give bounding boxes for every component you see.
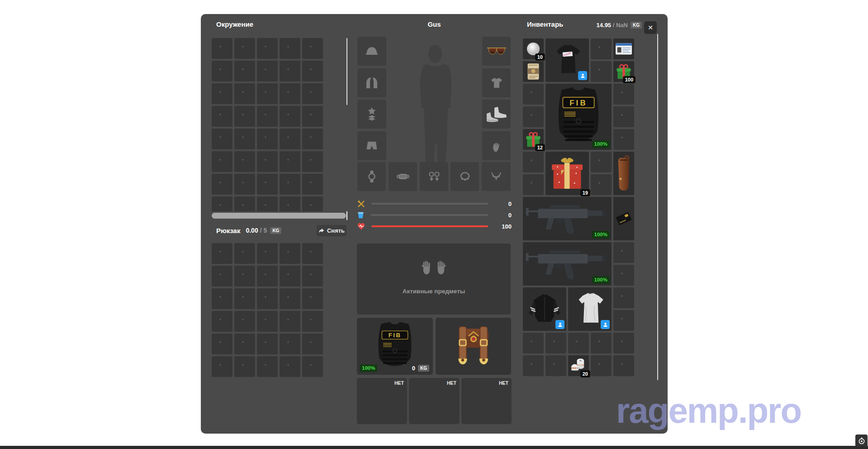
grid-cell[interactable] (523, 106, 544, 127)
equipped-vest-card[interactable]: FIB 100% 0 KG (357, 318, 433, 375)
grid-cell[interactable] (257, 106, 278, 127)
grid-cell[interactable] (257, 196, 278, 211)
grid-cell[interactable] (280, 174, 300, 195)
grid-cell[interactable] (257, 61, 278, 81)
grid-cell[interactable] (591, 174, 612, 195)
item-gift-green-small[interactable]: 12 (523, 129, 544, 150)
grid-cell[interactable] (257, 288, 278, 309)
slot-tshirt[interactable] (482, 68, 511, 97)
item-white-tshirt[interactable] (568, 287, 612, 331)
grid-cell[interactable] (280, 38, 300, 59)
grid-cell[interactable] (212, 266, 232, 287)
grid-cell[interactable] (234, 106, 255, 127)
item-black-jacket[interactable] (523, 287, 566, 331)
grid-cell[interactable] (257, 243, 278, 264)
grid-cell[interactable] (257, 174, 278, 195)
weapon-slot-1[interactable]: НЕТ (357, 378, 407, 424)
grid-cell[interactable] (234, 196, 255, 211)
item-gift-red[interactable]: 19 (545, 152, 589, 195)
slot-hat[interactable] (357, 37, 386, 66)
grid-cell[interactable] (591, 333, 612, 353)
grid-cell[interactable] (523, 84, 544, 105)
slot-jacket[interactable] (357, 68, 386, 97)
grid-cell[interactable] (212, 174, 232, 195)
grid-cell[interactable] (234, 266, 255, 287)
item-black-card[interactable] (613, 197, 634, 240)
grid-cell[interactable] (212, 129, 232, 149)
grid-cell[interactable] (234, 174, 255, 195)
remove-backpack-button[interactable]: Снять (317, 225, 346, 236)
item-gift-green[interactable]: 100 (613, 61, 634, 82)
grid-cell[interactable] (280, 196, 300, 211)
grid-cell[interactable] (280, 83, 300, 104)
grid-cell[interactable] (613, 355, 634, 376)
grid-cell[interactable] (234, 356, 255, 377)
grid-cell[interactable] (302, 174, 323, 195)
slot-bracelet[interactable] (451, 162, 479, 191)
grid-cell[interactable] (280, 243, 300, 264)
grid-cell[interactable] (234, 334, 255, 354)
grid-cell[interactable] (280, 61, 300, 81)
grid-cell[interactable] (591, 355, 612, 376)
grid-cell[interactable] (280, 151, 300, 172)
grid-cell[interactable] (523, 355, 544, 376)
grid-cell[interactable] (257, 38, 278, 59)
grid-cell[interactable] (212, 196, 232, 211)
grid-cell[interactable] (545, 355, 566, 376)
slot-rank[interactable] (357, 100, 386, 129)
grid-cell[interactable] (302, 334, 323, 354)
grid-cell[interactable] (280, 311, 300, 332)
grid-cell[interactable] (613, 287, 634, 308)
grid-cell[interactable] (302, 288, 323, 309)
grid-cell[interactable] (280, 334, 300, 354)
grid-cell[interactable] (613, 265, 634, 286)
close-button[interactable]: ✕ (644, 21, 657, 34)
slot-glasses[interactable] (482, 37, 511, 66)
slot-mask[interactable] (389, 162, 417, 191)
grid-cell[interactable] (302, 356, 323, 377)
grid-cell[interactable] (212, 311, 232, 332)
grid-cell[interactable] (302, 38, 323, 59)
grid-cell[interactable] (234, 311, 255, 332)
grid-cell[interactable] (613, 129, 634, 150)
weapon-slot-2[interactable]: НЕТ (409, 378, 460, 424)
grid-cell[interactable] (591, 152, 612, 172)
item-smg-2[interactable]: 100% (523, 242, 612, 286)
item-food-package[interactable] (523, 61, 544, 82)
grid-cell[interactable] (302, 106, 323, 127)
equipped-holster-card[interactable] (436, 318, 511, 375)
grid-cell[interactable] (280, 288, 300, 309)
grid-cell[interactable] (212, 356, 232, 377)
grid-cell[interactable] (234, 288, 255, 309)
grid-cell[interactable] (613, 106, 634, 127)
slot-shorts[interactable] (357, 131, 386, 160)
grid-cell[interactable] (302, 243, 323, 264)
grid-cell[interactable] (212, 83, 232, 104)
grid-cell[interactable] (591, 61, 612, 82)
slot-watch[interactable] (357, 162, 386, 191)
slot-shoes[interactable] (482, 100, 511, 129)
grid-cell[interactable] (302, 83, 323, 104)
grid-cell[interactable] (257, 266, 278, 287)
grid-cell[interactable] (257, 356, 278, 377)
grid-cell[interactable] (302, 61, 323, 81)
grid-cell[interactable] (257, 151, 278, 172)
grid-cell[interactable] (613, 84, 634, 105)
grid-cell[interactable] (302, 196, 323, 211)
grid-cell[interactable] (212, 38, 232, 59)
grid-cell[interactable] (280, 356, 300, 377)
grid-cell[interactable] (234, 243, 255, 264)
grid-cell[interactable] (234, 129, 255, 149)
environment-scrollbar[interactable] (346, 38, 347, 105)
grid-cell[interactable] (234, 151, 255, 172)
slot-necklace[interactable] (482, 162, 511, 191)
grid-cell[interactable] (613, 310, 634, 331)
grid-cell[interactable] (212, 243, 232, 264)
grid-cell[interactable] (257, 83, 278, 104)
item-toilet-paper[interactable]: 20 (568, 355, 589, 376)
grid-cell[interactable] (212, 106, 232, 127)
item-id-card[interactable] (613, 38, 634, 59)
grid-cell[interactable] (545, 333, 566, 353)
inventory-scrollbar[interactable] (657, 34, 658, 380)
grid-cell[interactable] (302, 151, 323, 172)
